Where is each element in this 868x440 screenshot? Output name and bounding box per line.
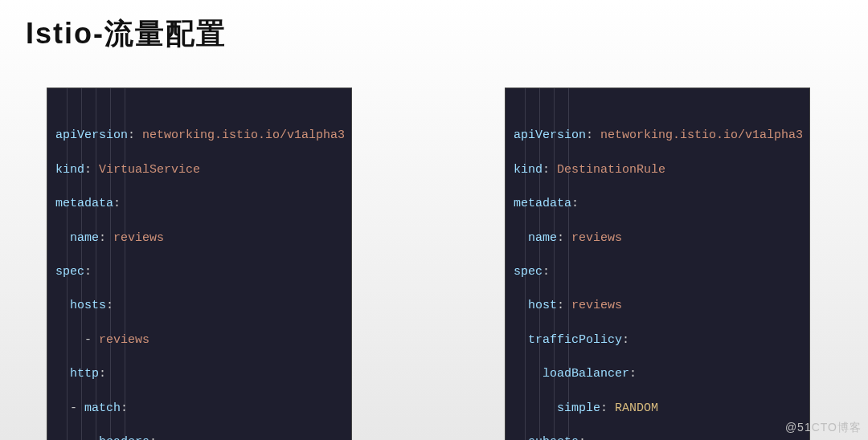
yaml-value: DestinationRule: [557, 163, 665, 177]
yaml-key: host: [528, 299, 557, 312]
yaml-value: networking.istio.io/v1alpha3: [600, 128, 803, 142]
yaml-value: networking.istio.io/v1alpha3: [142, 128, 345, 142]
yaml-key: spec: [55, 265, 84, 279]
yaml-key: subsets: [528, 435, 579, 440]
yaml-key: name: [528, 231, 557, 245]
yaml-value: reviews: [99, 333, 149, 347]
yaml-key: metadata: [55, 197, 113, 210]
yaml-key: kind: [514, 163, 542, 177]
page-title: Istio-流量配置: [0, 0, 868, 54]
watermark: @51CTO博客: [785, 421, 862, 435]
code-block-virtualservice: apiVersion: networking.istio.io/v1alpha3…: [47, 88, 352, 440]
code-panels: apiVersion: networking.istio.io/v1alpha3…: [0, 54, 868, 440]
yaml-key: match: [84, 401, 121, 415]
yaml-value: reviews: [571, 299, 622, 312]
yaml-key: http: [70, 367, 99, 381]
yaml-value: reviews: [571, 231, 622, 245]
yaml-key: spec: [514, 265, 542, 279]
yaml-value: reviews: [113, 231, 164, 245]
yaml-key: headers: [99, 435, 149, 440]
yaml-value: VirtualService: [99, 163, 200, 177]
yaml-key: apiVersion: [55, 128, 128, 142]
yaml-key: loadBalancer: [542, 367, 629, 381]
yaml-key: hosts: [70, 299, 106, 312]
yaml-key: kind: [55, 163, 84, 177]
yaml-key: apiVersion: [514, 128, 586, 142]
yaml-value: RANDOM: [615, 401, 658, 415]
yaml-key: name: [70, 231, 99, 245]
yaml-key: trafficPolicy: [528, 333, 622, 347]
yaml-key: metadata: [514, 197, 571, 210]
code-block-destinationrule: apiVersion: networking.istio.io/v1alpha3…: [505, 88, 810, 440]
yaml-key: simple: [557, 401, 600, 415]
